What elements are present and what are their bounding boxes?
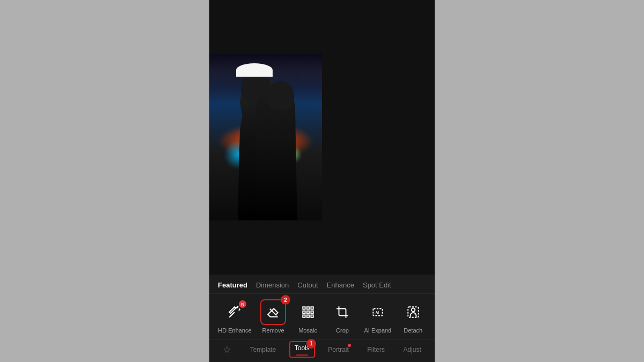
- tool-detach-icon-wrap: [400, 299, 426, 325]
- nav-template[interactable]: Template: [250, 346, 276, 353]
- svg-rect-7: [306, 315, 309, 317]
- bottom-panel: Featured Dimension Cutout Enhance Spot E…: [209, 275, 435, 362]
- nav-filters-label: Filters: [367, 346, 385, 353]
- svg-rect-3: [303, 311, 305, 313]
- tab-cutout[interactable]: Cutout: [297, 281, 318, 289]
- tool-mosaic-label: Mosaic: [298, 327, 317, 334]
- tool-remove-label: Remove: [262, 327, 284, 334]
- tools-row: N HD Enhance 2: [209, 293, 435, 339]
- crop-icon: [335, 305, 349, 319]
- svg-rect-0: [303, 307, 305, 309]
- nav-template-label: Template: [250, 346, 276, 353]
- tool-hd-enhance[interactable]: N HD Enhance: [218, 299, 251, 334]
- detach-icon: [406, 305, 420, 319]
- annotation-2-badge: 2: [281, 295, 290, 305]
- tool-crop[interactable]: Crop: [330, 299, 355, 334]
- char-left-cap: [236, 63, 273, 77]
- category-tabs: Featured Dimension Cutout Enhance Spot E…: [209, 275, 435, 293]
- tab-dimension[interactable]: Dimension: [256, 281, 289, 289]
- svg-rect-5: [311, 311, 313, 313]
- char-right-head: [267, 81, 294, 110]
- star-icon: ☆: [223, 344, 231, 356]
- tab-spot-edit[interactable]: Spot Edit: [363, 281, 391, 289]
- tool-hd-enhance-label: HD Enhance: [218, 327, 251, 334]
- svg-point-11: [411, 308, 415, 312]
- tool-detach[interactable]: Detach: [400, 299, 426, 334]
- tool-remove[interactable]: 2 Remove: [260, 299, 286, 334]
- portrait-dot: [348, 344, 351, 347]
- anime-image: [209, 54, 322, 220]
- tool-mosaic[interactable]: Mosaic: [295, 299, 321, 334]
- tool-mosaic-icon-wrap: [295, 299, 321, 325]
- ai-expand-icon: AI: [371, 305, 385, 319]
- app-container: Featured Dimension Cutout Enhance Spot E…: [209, 0, 435, 362]
- tab-featured[interactable]: Featured: [218, 281, 247, 289]
- char-right-body: [254, 92, 297, 220]
- tool-crop-icon-wrap: [330, 299, 355, 325]
- svg-rect-2: [311, 307, 313, 309]
- nav-star[interactable]: ☆: [223, 344, 231, 356]
- svg-rect-4: [306, 311, 309, 313]
- nav-adjust-label: Adjust: [403, 346, 421, 353]
- tool-ai-expand-label: AI Expand: [364, 327, 391, 334]
- tool-detach-label: Detach: [404, 327, 422, 334]
- tool-ai-expand-icon-wrap: AI: [365, 299, 391, 325]
- image-area: [209, 0, 435, 275]
- hd-enhance-badge: N: [239, 300, 246, 308]
- tool-hd-enhance-icon-wrap: N: [222, 299, 247, 325]
- svg-text:AI: AI: [376, 311, 379, 314]
- annotation-1-badge: 1: [306, 339, 316, 349]
- nav-adjust[interactable]: Adjust: [403, 346, 421, 353]
- svg-rect-6: [303, 315, 305, 317]
- svg-rect-1: [306, 307, 309, 309]
- mosaic-icon: [301, 305, 315, 319]
- nav-row: ☆ Template 1 Tools Portrait Filters: [209, 339, 435, 362]
- eraser-icon: [266, 305, 280, 319]
- nav-filters[interactable]: Filters: [367, 346, 385, 353]
- nav-portrait-label: Portrait: [328, 346, 349, 353]
- svg-rect-8: [311, 315, 313, 317]
- tab-enhance[interactable]: Enhance: [327, 281, 354, 289]
- nav-portrait[interactable]: Portrait: [328, 346, 349, 353]
- dark-lower-area: [322, 99, 435, 176]
- nav-tools[interactable]: 1 Tools: [295, 344, 310, 356]
- tool-ai-expand[interactable]: AI AI Expand: [364, 299, 391, 334]
- tool-crop-label: Crop: [336, 327, 349, 334]
- wand-icon: [228, 305, 241, 319]
